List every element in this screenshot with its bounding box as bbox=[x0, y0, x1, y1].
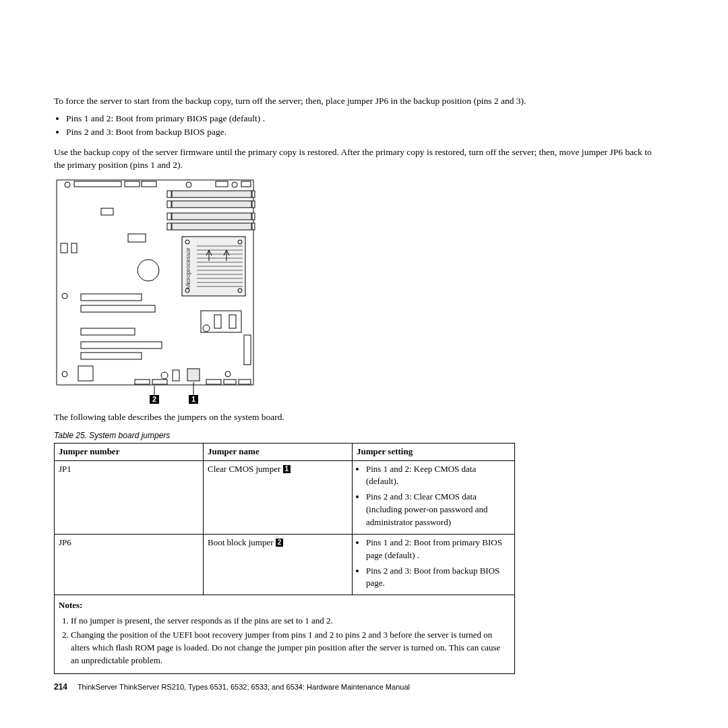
th-jumper-setting: Jumper setting bbox=[353, 443, 515, 460]
svg-rect-8 bbox=[172, 191, 251, 198]
svg-rect-43 bbox=[81, 294, 142, 301]
svg-rect-15 bbox=[252, 201, 255, 208]
svg-rect-18 bbox=[167, 223, 171, 230]
svg-rect-50 bbox=[214, 315, 221, 328]
intro-bullet-2: Pins 2 and 3: Boot from backup BIOS page… bbox=[66, 125, 664, 139]
cell-jp1-name-text: Clear CMOS jumper bbox=[208, 464, 283, 474]
svg-rect-10 bbox=[172, 213, 251, 220]
svg-rect-3 bbox=[142, 181, 156, 187]
cell-jp1-number: JP1 bbox=[55, 460, 204, 534]
jp6-setting-a: Pins 1 and 2: Boot from primary BIOS pag… bbox=[366, 537, 510, 562]
svg-point-0 bbox=[65, 182, 70, 187]
svg-point-53 bbox=[62, 371, 67, 377]
svg-rect-63 bbox=[239, 380, 251, 384]
th-jumper-number: Jumper number bbox=[55, 443, 204, 460]
svg-rect-5 bbox=[216, 181, 228, 187]
svg-rect-59 bbox=[135, 380, 150, 384]
svg-rect-52 bbox=[244, 335, 251, 365]
cell-jp1-setting: Pins 1 and 2: Keep CMOS data (default). … bbox=[353, 460, 515, 534]
footer-text: ThinkServer ThinkServer RS210, Types 653… bbox=[78, 683, 410, 691]
svg-rect-14 bbox=[167, 201, 171, 208]
svg-point-4 bbox=[186, 182, 191, 187]
svg-rect-11 bbox=[172, 223, 251, 230]
svg-rect-45 bbox=[81, 328, 135, 335]
svg-text:Microprocessor: Microprocessor bbox=[185, 247, 191, 289]
page-footer: 214 ThinkServer ThinkServer RS210, Types… bbox=[54, 681, 410, 693]
svg-point-41 bbox=[138, 260, 159, 281]
callout-2: 2 bbox=[150, 395, 159, 404]
jp1-setting-a: Pins 1 and 2: Keep CMOS data (default). bbox=[366, 463, 510, 489]
callout-1: 1 bbox=[189, 395, 198, 404]
notes-box: Notes: If no jumper is present, the serv… bbox=[54, 595, 515, 674]
jumpers-table: Jumper number Jumper name Jumper setting… bbox=[54, 443, 515, 595]
svg-rect-13 bbox=[252, 191, 255, 198]
svg-rect-9 bbox=[172, 201, 251, 208]
table-caption: Table 25. System board jumpers bbox=[54, 430, 664, 442]
svg-rect-19 bbox=[252, 223, 255, 230]
jp6-setting-b: Pins 2 and 3: Boot from backup BIOS page… bbox=[366, 565, 510, 590]
svg-rect-62 bbox=[224, 380, 236, 384]
motherboard-svg: Microprocessor bbox=[54, 176, 256, 405]
svg-rect-44 bbox=[81, 305, 155, 312]
svg-point-42 bbox=[62, 293, 67, 299]
svg-rect-17 bbox=[252, 213, 255, 220]
svg-rect-1 bbox=[74, 181, 121, 187]
note-2: Changing the position of the UEFI boot r… bbox=[71, 629, 510, 667]
svg-point-55 bbox=[161, 372, 168, 379]
intro-bullets: Pins 1 and 2: Boot from primary BIOS pag… bbox=[54, 112, 664, 139]
svg-rect-54 bbox=[78, 366, 93, 381]
cell-jp1-name: Clear CMOS jumper 1 bbox=[204, 460, 353, 534]
intro-bullet-1: Pins 1 and 2: Boot from primary BIOS pag… bbox=[66, 112, 664, 125]
cell-jp6-name: Boot block jumper 2 bbox=[204, 534, 353, 595]
svg-point-49 bbox=[203, 325, 210, 332]
svg-rect-38 bbox=[71, 243, 77, 253]
table-row: JP6 Boot block jumper 2 Pins 1 and 2: Bo… bbox=[55, 534, 515, 595]
system-board-diagram: Microprocessor bbox=[54, 176, 256, 405]
svg-rect-2 bbox=[125, 181, 140, 187]
svg-rect-7 bbox=[241, 181, 251, 187]
badge-2: 2 bbox=[276, 539, 284, 547]
svg-point-58 bbox=[225, 371, 231, 377]
note-1: If no jumper is present, the server resp… bbox=[71, 615, 510, 628]
svg-rect-51 bbox=[229, 315, 236, 328]
svg-rect-57 bbox=[187, 369, 200, 381]
svg-rect-60 bbox=[152, 380, 167, 384]
svg-rect-61 bbox=[206, 380, 221, 384]
page-number: 214 bbox=[54, 682, 67, 692]
cell-jp6-name-text: Boot block jumper bbox=[208, 537, 276, 547]
svg-point-6 bbox=[232, 182, 237, 187]
badge-1: 1 bbox=[283, 465, 291, 473]
svg-rect-12 bbox=[167, 191, 171, 198]
svg-rect-46 bbox=[81, 342, 162, 348]
cell-jp6-setting: Pins 1 and 2: Boot from primary BIOS pag… bbox=[353, 534, 515, 595]
intro-paragraph-2: Use the backup copy of the server firmwa… bbox=[54, 146, 664, 172]
th-jumper-name: Jumper name bbox=[204, 443, 353, 460]
svg-rect-40 bbox=[128, 234, 146, 242]
intro-paragraph-1: To force the server to start from the ba… bbox=[54, 94, 664, 108]
svg-rect-39 bbox=[101, 208, 113, 215]
jp1-setting-b: Pins 2 and 3: Clear CMOS data (including… bbox=[366, 491, 510, 529]
table-row: JP1 Clear CMOS jumper 1 Pins 1 and 2: Ke… bbox=[55, 460, 515, 534]
table-intro: The following table describes the jumper… bbox=[54, 411, 664, 424]
svg-rect-56 bbox=[173, 370, 179, 381]
svg-rect-37 bbox=[61, 243, 67, 253]
cell-jp6-number: JP6 bbox=[55, 534, 204, 595]
svg-rect-47 bbox=[81, 353, 142, 359]
svg-rect-16 bbox=[167, 213, 171, 220]
notes-heading: Notes: bbox=[59, 600, 82, 610]
